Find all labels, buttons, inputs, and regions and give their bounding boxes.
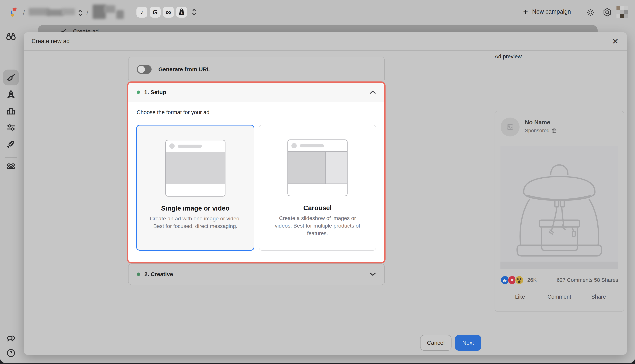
shopify-icon[interactable]: S <box>176 6 187 18</box>
ad-preview-title: Ad preview <box>484 50 627 63</box>
backpack-illustration <box>500 146 618 262</box>
breadcrumb-campaign[interactable] <box>92 4 130 20</box>
modal-title: Create new ad <box>32 38 70 44</box>
chevron-down-icon[interactable] <box>370 272 376 276</box>
rocket-icon <box>6 90 16 100</box>
bar-chart-icon <box>6 106 16 116</box>
advertiser-avatar <box>501 118 520 136</box>
sidebar-item-launch[interactable] <box>6 90 16 100</box>
chat-bubbles-icon <box>6 334 16 344</box>
format-prompt: Choose the format for your ad <box>137 109 210 116</box>
sponsored-label: Sponsored <box>525 128 557 134</box>
ad-preview-panel: Ad preview No Name Sponsored <box>484 50 627 355</box>
ad-preview-card: No Name Sponsored <box>494 111 624 312</box>
image-placeholder-icon <box>507 124 513 130</box>
binoculars-icon <box>6 31 16 41</box>
sidebar-item-boost[interactable] <box>6 139 16 149</box>
sliders-icon <box>6 122 16 132</box>
plus-icon: + <box>523 8 528 16</box>
rocket-launch-icon <box>6 139 16 149</box>
theme-toggle-sun-icon[interactable] <box>586 8 594 17</box>
format-title: Carousel <box>259 204 376 212</box>
workspace-selector-icon[interactable] <box>78 9 83 17</box>
meta-icon[interactable]: ∞ <box>163 6 174 18</box>
google-icon[interactable]: G <box>150 6 161 18</box>
step-status-dot <box>137 272 140 276</box>
breadcrumb-workspace[interactable] <box>29 7 76 17</box>
comments-shares-count: 627 Comments 58 Shares <box>557 277 618 283</box>
breadcrumb-separator: / <box>23 9 25 16</box>
sidebar-item-settings[interactable] <box>6 122 16 132</box>
single-format-illustration <box>165 140 226 196</box>
next-button[interactable]: Next <box>455 335 481 351</box>
close-icon[interactable]: ✕ <box>610 36 621 46</box>
atom-icon <box>6 161 16 172</box>
toggle-knob <box>138 66 145 73</box>
generate-from-url-toggle[interactable] <box>137 65 152 74</box>
comment-action[interactable]: Comment <box>540 288 579 305</box>
creative-step-label: 2. Creative <box>144 271 173 278</box>
setup-step-label: 1. Setup <box>144 89 166 96</box>
sidebar-item-discover[interactable] <box>6 31 16 41</box>
app-logo-icon[interactable] <box>10 8 19 17</box>
setup-section: 1. Setup Choose the format for your ad S… <box>127 82 386 264</box>
modal-header: Create new ad ✕ <box>24 32 627 51</box>
engagement-row: ♥ 26K 627 Comments 58 Shares <box>500 272 618 288</box>
svg-text:S: S <box>181 11 183 14</box>
carousel-format-illustration <box>288 140 348 196</box>
like-action[interactable]: Like <box>500 288 540 305</box>
share-action[interactable]: Share <box>579 288 618 305</box>
reactions-count: 26K <box>527 277 537 283</box>
ad-image-placeholder <box>500 146 618 269</box>
top-bar: / / ♪ G ∞ <box>0 0 635 25</box>
sidebar-item-ai[interactable] <box>6 161 16 172</box>
advertiser-name: No Name <box>525 119 557 126</box>
setup-section-header[interactable]: 1. Setup <box>128 83 384 102</box>
sidebar-item-help[interactable]: ? <box>6 348 16 358</box>
user-avatar[interactable] <box>616 6 628 18</box>
creative-section[interactable]: 2. Creative <box>128 264 385 285</box>
cancel-button[interactable]: Cancel <box>420 335 452 351</box>
screen: / / ♪ G ∞ <box>0 0 635 364</box>
sidebar-nav: ? <box>0 25 22 363</box>
generate-from-url-section: Generate from URL <box>128 57 385 82</box>
chevron-up-icon[interactable] <box>370 90 376 94</box>
format-title: Single image or video <box>137 204 254 212</box>
sidebar-item-create[interactable] <box>6 72 16 82</box>
format-description: Create a slideshow of images or videos. … <box>270 214 365 237</box>
breadcrumb-separator: / <box>86 9 88 16</box>
settings-gear-icon[interactable] <box>602 8 612 17</box>
format-card-carousel[interactable]: Carousel Create a slideshow of images or… <box>259 125 376 250</box>
post-actions-row: Like Comment Share <box>500 288 618 305</box>
platform-selector-icon[interactable] <box>191 8 197 16</box>
ad-image-caption-bar <box>500 262 618 269</box>
globe-icon <box>552 128 557 134</box>
sidebar-item-chat[interactable] <box>6 334 16 344</box>
new-campaign-button[interactable]: + New campaign <box>523 8 571 16</box>
create-new-ad-modal: Create new ad ✕ Generate from URL 1. Set… <box>24 32 627 355</box>
sidebar-divider <box>5 157 17 158</box>
format-description: Create an ad with one image or video. Be… <box>148 215 243 230</box>
format-card-single-image[interactable]: Single image or video Create an ad with … <box>136 125 254 250</box>
thumbs-up-icon <box>503 278 507 282</box>
step-status-dot <box>137 90 140 94</box>
sidebar-item-analytics[interactable] <box>6 106 16 116</box>
tiktok-icon[interactable]: ♪ <box>136 6 148 18</box>
paintbrush-icon <box>6 72 16 82</box>
wow-reaction-icon <box>515 276 524 284</box>
generate-from-url-label: Generate from URL <box>158 66 210 72</box>
